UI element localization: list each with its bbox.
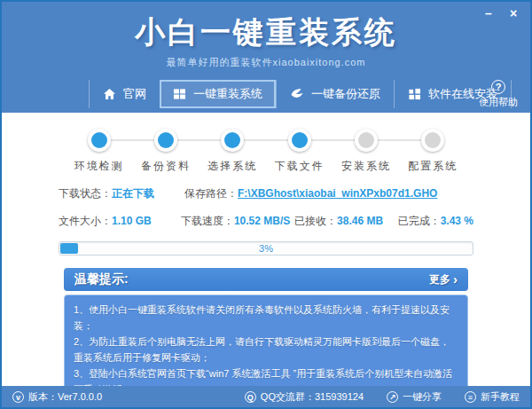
download-stats: 下载状态：正在下载 保存路径：F:\XBGhost\xiaobai_winXPx… bbox=[2, 174, 530, 229]
tip-line-2: 2、为防止重装后个别电脑无法上网，请自行下载驱动精灵万能网卡版到最后一个磁盘，重… bbox=[74, 334, 458, 366]
qq-icon: Q bbox=[245, 391, 256, 403]
received-value: 38.46 MB bbox=[337, 215, 383, 227]
footer-links: Q QQ交流群：315939124 ↗ 一键分享 ≡ 新手教程 bbox=[245, 390, 520, 404]
stats-row-2: 文件大小：1.10 GB 下载速度：10.52 MB/S 已接收：38.46 M… bbox=[59, 214, 473, 229]
app-subtitle: 最简单好用的重装软件xiaobaixitong.com bbox=[2, 56, 530, 69]
step-dot bbox=[288, 129, 311, 152]
step-label: 备份资料 bbox=[132, 159, 199, 174]
home-icon bbox=[103, 88, 116, 100]
completed-value: 3.43 % bbox=[441, 215, 473, 227]
file-size: 文件大小：1.10 GB bbox=[59, 214, 181, 229]
download-status-label: 下载状态： bbox=[59, 187, 112, 200]
tips-more-link[interactable]: 更多 › bbox=[429, 272, 458, 287]
completed-label: 已完成： bbox=[398, 215, 441, 227]
tab-reinstall-system[interactable]: 一键重装系统 bbox=[160, 80, 276, 108]
minimize-button[interactable]: – bbox=[481, 5, 497, 21]
tutorial-label: 新手教程 bbox=[481, 390, 520, 404]
step-label: 安装系统 bbox=[332, 159, 399, 174]
completed: 已完成：3.43 % bbox=[398, 214, 473, 229]
windows-icon bbox=[173, 88, 186, 100]
share-button[interactable]: ↗ 一键分享 bbox=[387, 390, 442, 404]
step-select-system: 选择系统 bbox=[200, 129, 266, 174]
step-dot bbox=[221, 129, 244, 152]
tutorial-button[interactable]: ≡ 新手教程 bbox=[465, 390, 520, 404]
qq-group-label: QQ交流群：315939124 bbox=[261, 390, 364, 404]
chevron-right-icon: › bbox=[453, 274, 458, 285]
step-backup-data: 备份资料 bbox=[132, 129, 199, 174]
step-env-check: 环境检测 bbox=[66, 129, 132, 174]
progress-bar: 3% bbox=[59, 241, 473, 256]
download-speed: 下载速度：10.52 MB/S bbox=[181, 214, 294, 229]
help-label: 使用帮助 bbox=[479, 96, 518, 109]
save-path: 保存路径：F:\XBGhost\xiaobai_winXPxb07d1.GHO bbox=[184, 186, 437, 201]
tip-line-1: 1、使用小白一键重装系统软件请关闭所有杀毒软件以及系统防火墙，有利于提速以及安装… bbox=[74, 302, 458, 334]
version-info: v 版本：Ver7.0.0.0 bbox=[12, 390, 102, 404]
tab-label: 一键重装系统 bbox=[193, 86, 262, 102]
share-icon: ↗ bbox=[387, 391, 398, 403]
received: 已接收：38.46 MB bbox=[294, 214, 398, 229]
qq-group-link[interactable]: Q QQ交流群：315939124 bbox=[245, 390, 364, 404]
nav-bar: 官网 一键重装系统 一键备份还原 bbox=[2, 75, 530, 113]
step-install-system: 安装系统 bbox=[332, 129, 399, 174]
step-label: 环境检测 bbox=[66, 159, 132, 174]
tips-more-label: 更多 bbox=[429, 272, 450, 287]
version-icon: v bbox=[12, 391, 24, 403]
progress-steps: 环境检测 备份资料 选择系统 下载文件 安装系统 配置系统 bbox=[66, 129, 466, 174]
tips-title: 温馨提示: bbox=[74, 271, 129, 287]
file-size-label: 文件大小： bbox=[59, 215, 112, 227]
step-label: 下载文件 bbox=[266, 159, 332, 174]
step-label: 配置系统 bbox=[400, 159, 466, 174]
download-speed-label: 下载速度： bbox=[181, 215, 234, 227]
progress-percent-text: 3% bbox=[59, 242, 473, 255]
download-speed-value: 10.52 MB/S bbox=[234, 215, 290, 227]
step-dot bbox=[421, 129, 444, 152]
step-dot bbox=[154, 129, 177, 152]
tab-backup-restore[interactable]: 一键备份还原 bbox=[276, 80, 394, 108]
nav-tabs: 官网 一键重装系统 一键备份还原 bbox=[89, 80, 512, 108]
tab-label: 官网 bbox=[123, 86, 146, 102]
footer-bar: v 版本：Ver7.0.0.0 Q QQ交流群：315939124 ↗ 一键分享… bbox=[2, 386, 530, 407]
tab-official-site[interactable]: 官网 bbox=[89, 80, 160, 108]
version-label: 版本：Ver7.0.0.0 bbox=[28, 390, 102, 404]
step-download-files: 下载文件 bbox=[266, 129, 332, 174]
share-label: 一键分享 bbox=[403, 390, 442, 404]
tab-label: 一键备份还原 bbox=[311, 86, 380, 102]
window-controls: – × bbox=[481, 5, 521, 21]
step-dot bbox=[355, 129, 378, 152]
app-window: – × 小白一键重装系统 最简单好用的重装软件xiaobaixitong.com… bbox=[0, 0, 532, 409]
tutorial-icon: ≡ bbox=[465, 391, 476, 403]
file-size-value: 1.10 GB bbox=[112, 215, 152, 227]
stats-row-1: 下载状态：正在下载 保存路径：F:\XBGhost\xiaobai_winXPx… bbox=[59, 186, 473, 201]
download-status: 下载状态：正在下载 bbox=[59, 186, 184, 201]
step-configure-system: 配置系统 bbox=[400, 129, 466, 174]
backup-restore-icon bbox=[290, 88, 304, 100]
tips-panel: 温馨提示: 更多 › 1、使用小白一键重装系统软件请关闭所有杀毒软件以及系统防火… bbox=[64, 268, 468, 405]
question-icon: ? bbox=[491, 80, 505, 94]
step-label: 选择系统 bbox=[200, 159, 266, 174]
download-status-value: 正在下载 bbox=[112, 187, 154, 200]
apps-grid-icon bbox=[408, 88, 421, 100]
step-dot bbox=[88, 129, 111, 152]
app-title: 小白一键重装系统 bbox=[2, 2, 530, 53]
header: – × 小白一键重装系统 最简单好用的重装软件xiaobaixitong.com bbox=[2, 2, 530, 75]
save-path-label: 保存路径： bbox=[184, 187, 238, 200]
help-button[interactable]: ? 使用帮助 bbox=[479, 80, 518, 109]
close-button[interactable]: × bbox=[505, 5, 521, 21]
save-path-link[interactable]: F:\XBGhost\xiaobai_winXPxb07d1.GHO bbox=[238, 187, 437, 200]
tips-header: 温馨提示: 更多 › bbox=[64, 268, 468, 291]
received-label: 已接收： bbox=[294, 215, 337, 227]
